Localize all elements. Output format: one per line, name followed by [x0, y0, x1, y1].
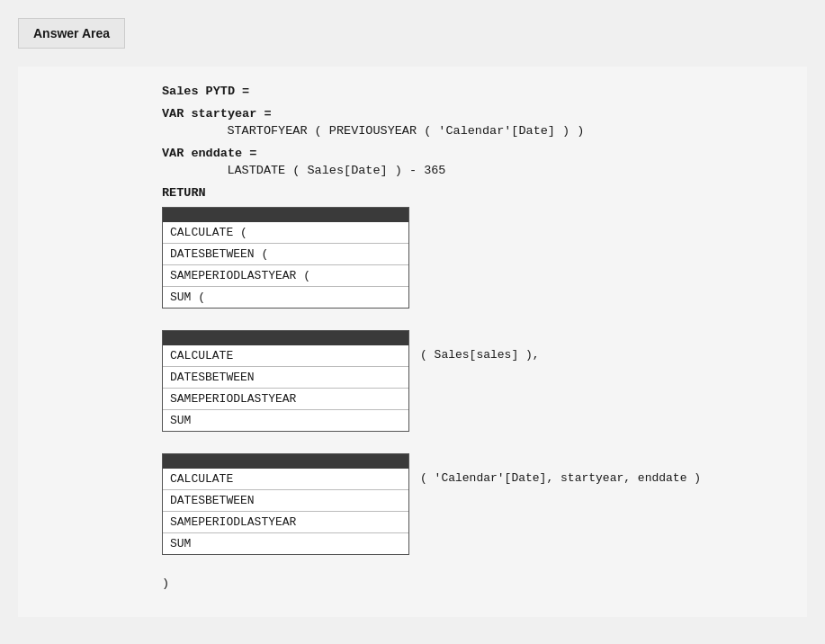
drag-box-3-item-4[interactable]: SUM — [163, 533, 408, 554]
drag-box-2-items: CALCULATE DATESBETWEEN SAMEPERIODLASTYEA… — [163, 345, 408, 431]
drag-row-2-label: ( Sales[sales] ), — [420, 330, 540, 362]
drag-box-1-item-2[interactable]: DATESBETWEEN ( — [163, 244, 408, 265]
code-line-4: VAR enddate = — [162, 147, 771, 160]
code-line-5: LASTDATE ( Sales[Date] ) - 365 — [162, 164, 771, 177]
content-area: Sales PYTD = VAR startyear = STARTOFYEAR… — [18, 67, 807, 617]
drag-box-1[interactable]: CALCULATE ( DATESBETWEEN ( SAMEPERIODLAS… — [162, 207, 409, 309]
drag-box-3[interactable]: CALCULATE DATESBETWEEN SAMEPERIODLASTYEA… — [162, 453, 409, 555]
drag-row-3: CALCULATE DATESBETWEEN SAMEPERIODLASTYEA… — [162, 453, 771, 566]
drag-row-1: CALCULATE ( DATESBETWEEN ( SAMEPERIODLAS… — [162, 207, 771, 319]
drag-box-1-header — [163, 208, 408, 222]
page-container: Answer Area Sales PYTD = VAR startyear =… — [0, 0, 825, 644]
code-section-2: VAR startyear = STARTOFYEAR ( PREVIOUSYE… — [162, 107, 771, 138]
drag-box-2[interactable]: CALCULATE DATESBETWEEN SAMEPERIODLASTYEA… — [162, 330, 409, 432]
drag-box-3-items: CALCULATE DATESBETWEEN SAMEPERIODLASTYEA… — [163, 469, 408, 554]
drag-box-1-item-3[interactable]: SAMEPERIODLASTYEAR ( — [163, 265, 408, 287]
code-line-3: STARTOFYEAR ( PREVIOUSYEAR ( 'Calendar'[… — [162, 124, 771, 138]
drag-box-2-item-1[interactable]: CALCULATE — [163, 345, 408, 367]
drag-box-2-item-4[interactable]: SUM — [163, 410, 408, 431]
drag-box-1-item-4[interactable]: SUM ( — [163, 287, 408, 308]
drag-box-3-item-3[interactable]: SAMEPERIODLASTYEAR — [163, 512, 408, 533]
code-line-2: VAR startyear = — [162, 107, 771, 121]
code-line-1: Sales PYTD = — [162, 85, 771, 98]
code-section-3: VAR enddate = LASTDATE ( Sales[Date] ) -… — [162, 147, 771, 177]
drag-box-2-header — [163, 331, 408, 345]
header-title: Answer Area — [33, 26, 110, 40]
return-keyword: RETURN — [162, 186, 771, 200]
drag-row-3-label: ( 'Calendar'[Date], startyear, enddate ) — [420, 453, 701, 485]
closing-paren: ) — [162, 577, 771, 590]
drag-box-1-item-1[interactable]: CALCULATE ( — [163, 222, 408, 244]
answer-area-header: Answer Area — [18, 18, 125, 49]
drag-box-3-item-2[interactable]: DATESBETWEEN — [163, 490, 408, 512]
drag-row-2: CALCULATE DATESBETWEEN SAMEPERIODLASTYEA… — [162, 330, 771, 443]
drag-box-2-item-3[interactable]: SAMEPERIODLASTYEAR — [163, 389, 408, 410]
drag-box-3-item-1[interactable]: CALCULATE — [163, 469, 408, 490]
drag-box-1-items: CALCULATE ( DATESBETWEEN ( SAMEPERIODLAS… — [163, 222, 408, 308]
drag-box-3-header — [163, 454, 408, 469]
drag-box-2-item-2[interactable]: DATESBETWEEN — [163, 367, 408, 389]
code-section-1: Sales PYTD = — [162, 85, 771, 98]
